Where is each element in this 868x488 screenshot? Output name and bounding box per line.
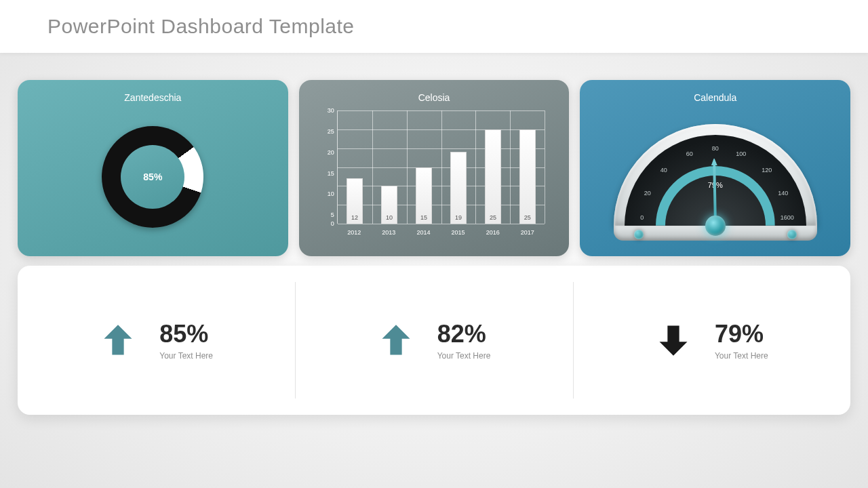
bar-label: 12 [347,214,362,221]
xtick: 2014 [406,229,440,236]
bar-label: 25 [520,214,535,221]
stat-subtext: Your Text Here [715,351,768,361]
gauge-tick: 20 [644,190,651,197]
bar-label: 10 [382,214,397,221]
stat-subtext: Your Text Here [159,351,213,361]
stat-percent: 79% [715,320,768,348]
bar-label: 25 [486,214,500,221]
gauge-knob-left [634,230,644,239]
bar-2014: 15 [416,167,432,224]
bar-2012: 12 [347,178,363,224]
ytick: 5 [319,211,334,218]
card-title: Celosia [299,80,570,103]
card-title: Zantedeschia [18,80,288,103]
stats-row: 85% Your Text Here 82% Your Text Here 79… [18,266,850,415]
bar-2013: 10 [381,186,397,224]
donut-ring: 85% [102,126,203,228]
stat-2: 82% Your Text Here [295,266,572,415]
stat-3: 79% Your Text Here [573,266,850,415]
arrow-up-icon [378,322,414,359]
gauge-tick: 120 [762,167,772,174]
gauge-knob-right [787,230,797,239]
gauge-tick: 140 [778,190,788,197]
card-title: Calendula [580,80,850,103]
donut-chart: 85% [102,126,203,228]
ytick: 30 [319,107,334,114]
ytick: 20 [319,149,334,156]
plot-area: 12 10 15 19 25 25 [337,110,545,224]
stat-subtext: Your Text Here [437,351,491,361]
xtick: 2015 [441,229,475,236]
bar-2016: 25 [485,129,501,224]
ytick: 10 [319,190,334,197]
gauge-hub [705,216,726,236]
stat-percent: 82% [437,320,491,348]
gauge-tick: 0 [640,214,644,221]
gauge-tick: 80 [712,145,719,152]
ytick: 15 [319,170,334,177]
bar-2015: 19 [450,152,467,224]
stat-1: 85% Your Text Here [18,266,295,415]
arrow-down-icon [655,322,692,359]
arrow-up-icon [100,322,136,359]
gauge-tick: 60 [686,150,693,157]
bar-chart: 30 25 20 15 10 5 0 [319,110,549,236]
gauge-tick: 1600 [781,214,794,221]
bar-label: 19 [451,214,466,221]
slide-header: PowerPoint Dashboard Template [0,0,868,53]
gauge-tick: 40 [660,167,667,174]
bar-2017: 25 [519,129,536,224]
gauge-tick: 100 [736,150,746,157]
xtick: 2017 [511,229,545,236]
xtick: 2013 [372,229,406,236]
ytick: 25 [319,128,334,135]
charts-row: Zantedeschia 85% Celosia 30 25 20 15 10 … [0,53,868,256]
xtick: 2016 [476,229,510,236]
card-celosia: Celosia 30 25 20 15 10 5 0 [299,80,570,256]
card-zantedeschia: Zantedeschia 85% [18,80,288,256]
slide-title: PowerPoint Dashboard Template [47,15,868,38]
donut-center-label: 85% [121,145,184,209]
card-calendula: Calendula 0 20 40 60 80 100 120 140 1600 [580,80,850,256]
xtick: 2012 [337,229,371,236]
bar-label: 15 [416,214,431,221]
ytick: 0 [319,220,334,227]
gauge-chart: 0 20 40 60 80 100 120 140 1600 79% [614,124,817,241]
stat-percent: 85% [159,320,213,348]
